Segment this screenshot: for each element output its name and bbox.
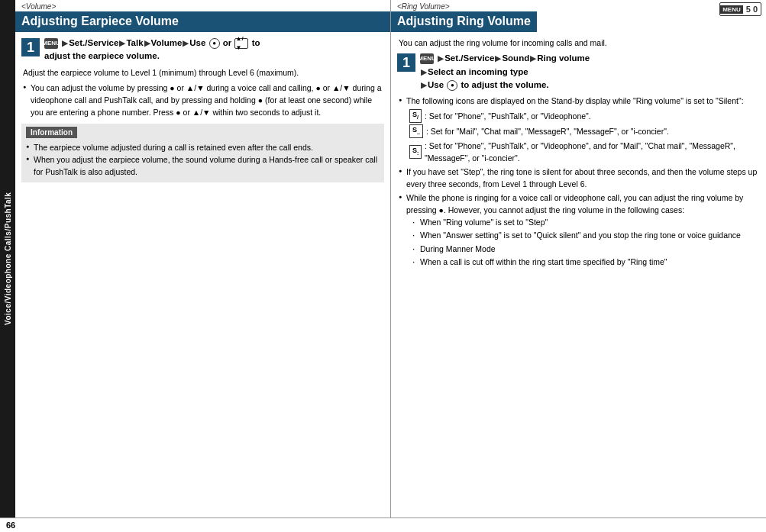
sub-bullet-2: When "Answer setting" is set to "Quick s… (412, 229, 760, 241)
icon-phone: S/ (409, 109, 422, 123)
arrow-3: ▶ (144, 39, 150, 47)
icon-row-2: S.. : Set for "Mail", "Chat mail", "Mess… (409, 124, 760, 138)
num-part: 5 0 (743, 5, 761, 14)
rarrow-4: ▶ (421, 68, 427, 76)
sub-bullet-list: When "Ring volume" is set to "Step" When… (412, 216, 760, 268)
rarrow-1: ▶ (438, 54, 444, 63)
nav-btn-vol2: ▲/▼ (332, 83, 351, 92)
rarrow-2: ▶ (495, 54, 501, 63)
left-section-content: 1 MENU ▶Set./Service▶Talk▶Volume▶Use ● o… (15, 37, 390, 517)
circle-btn-ring2: ● (439, 205, 444, 214)
arrow-2: ▶ (119, 39, 125, 47)
info-box: Information The earpiece volume adjusted… (21, 124, 384, 183)
sidebar-label: Voice/Videophone Calls/PushTalk (0, 0, 15, 517)
circle-btn-hold: ● (258, 95, 263, 105)
sub-bullet-3: During Manner Mode (412, 243, 760, 255)
rarrow-3: ▶ (530, 54, 536, 63)
icon-text-3: : Set for "Phone", "PushTalk", or "Video… (425, 140, 760, 165)
icon-row-1: S/ : Set for "Phone", "PushTalk", or "Vi… (409, 109, 760, 123)
icon-text-1: : Set for "Phone", "PushTalk", or "Video… (425, 110, 591, 122)
page-footer: 66 (0, 517, 766, 532)
left-section-title: Adjusting Earpiece Volume (15, 11, 390, 32)
rarrow-5: ▶ (421, 81, 427, 89)
left-section-tag: <Volume> (15, 0, 390, 11)
info-item-2: When you adjust the earpiece volume, the… (26, 153, 380, 179)
content-area: <Volume> Adjusting Earpiece Volume 1 MEN… (15, 0, 766, 517)
right-section-title: Adjusting Ring Volume (391, 11, 537, 32)
page-number: 66 (6, 521, 15, 530)
icon-both: S: (409, 145, 422, 159)
left-bullet-list: You can adjust the volume by pressing ● … (23, 82, 384, 119)
right-panel: <Ring Volume> Adjusting Ring Volume MENU… (391, 0, 766, 517)
menu-icon-r: MENU (420, 53, 434, 64)
left-step-number: 1 (21, 38, 40, 56)
icon-list: S/ : Set for "Phone", "PushTalk", or "Vi… (409, 109, 760, 164)
nav-btn-1: ▲/▼ (234, 38, 248, 49)
arrow-4: ▶ (183, 39, 189, 47)
circle-btn-press: ● (176, 108, 180, 117)
right-header-row: <Ring Volume> Adjusting Ring Volume MENU… (391, 0, 766, 37)
nav-btn-vol: ▲/▼ (186, 83, 205, 92)
right-step-number: 1 (397, 53, 415, 72)
info-box-title: Information (26, 127, 77, 138)
left-step-1: 1 MENU ▶Set./Service▶Talk▶Volume▶Use ● o… (21, 37, 384, 63)
right-bullet-2: If you have set "Step", the ring tone is… (399, 166, 760, 191)
arrow-1: ▶ (62, 39, 68, 47)
right-section-tag: <Ring Volume> (391, 0, 537, 11)
sub-bullet-1: When "Ring volume" is set to "Step" (412, 216, 760, 228)
circle-btn-ring: ● (447, 80, 457, 91)
page-container: Voice/Videophone Calls/PushTalk <Volume>… (0, 0, 766, 517)
menu-part: MENU (720, 5, 743, 14)
sidebar-label-text: Voice/Videophone Calls/PushTalk (4, 192, 12, 325)
left-step-text: MENU ▶Set./Service▶Talk▶Volume▶Use ● or … (44, 37, 384, 63)
right-bullet-1: The following icons are displayed on the… (399, 95, 760, 164)
right-step-1: 1 MENU ▶Set./Service▶Sound▶Ring volume ▶… (397, 52, 760, 92)
icon-mail: S.. (409, 124, 423, 138)
nav-btn-press: ▲/▼ (192, 108, 211, 117)
info-list: The earpiece volume adjusted during a ca… (26, 141, 380, 179)
left-description: Adjust the earpiece volume to Level 1 (m… (23, 66, 384, 79)
icon-row-3: S: : Set for "Phone", "PushTalk", or "Vi… (409, 140, 760, 165)
menu-icon: MENU (44, 38, 58, 49)
right-section-content: You can adjust the ring volume for incom… (391, 37, 766, 517)
left-bullet-1: You can adjust the volume by pressing ● … (23, 82, 384, 119)
circle-btn-vol2: ● (315, 83, 320, 92)
right-bullet-3: While the phone is ringing for a voice c… (399, 192, 760, 269)
right-header-left: <Ring Volume> Adjusting Ring Volume (391, 0, 537, 37)
icon-text-2: : Set for "Mail", "Chat mail", "MessageR… (426, 125, 669, 137)
sub-bullet-4: When a call is cut off within the ring s… (412, 256, 760, 268)
right-bullet-list: The following icons are displayed on the… (399, 95, 760, 268)
menu-50-badge: MENU 5 0 (719, 2, 761, 16)
right-intro: You can adjust the ring volume for incom… (399, 37, 760, 49)
right-step-text: MENU ▶Set./Service▶Sound▶Ring volume ▶Se… (420, 52, 760, 92)
circle-btn-1: ● (209, 38, 220, 49)
circle-btn-vol: ● (170, 83, 174, 92)
info-item-1: The earpiece volume adjusted during a ca… (26, 141, 380, 153)
left-panel: <Volume> Adjusting Earpiece Volume 1 MEN… (15, 0, 391, 517)
